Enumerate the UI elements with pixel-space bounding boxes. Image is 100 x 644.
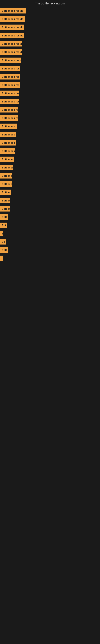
bottleneck-bar-5: Bottleneck result <box>0 49 100 55</box>
bar-row-16: Bottleneck res <box>0 139 100 147</box>
bottleneck-bar-13: Bottleneck result <box>0 115 100 121</box>
bottleneck-label-20: Bottleneck re <box>0 173 12 178</box>
bottleneck-bar-28: Bo <box>0 239 100 244</box>
bottleneck-label-23: Bottlenec <box>0 198 10 203</box>
bar-row-1: Bottleneck result <box>0 15 100 23</box>
bottleneck-bar-2: Bottleneck result <box>0 24 100 30</box>
bottleneck-label-9: Bottleneck result <box>0 82 20 88</box>
bottleneck-label-12: Bottleneck result <box>0 107 18 112</box>
bottleneck-label-15: Bottleneck result <box>0 132 16 137</box>
bottleneck-bar-3: Bottleneck result <box>0 33 100 38</box>
bottleneck-bar-12: Bottleneck result <box>0 107 100 112</box>
bottleneck-bar-10: Bottleneck result <box>0 90 100 96</box>
bar-row-10: Bottleneck result <box>0 89 100 98</box>
bottleneck-label-26: Bot <box>0 222 7 228</box>
bottleneck-bar-7: Bottleneck result <box>0 66 100 71</box>
bottleneck-label-10: Bottleneck result <box>0 90 19 96</box>
bottleneck-label-28: Bo <box>0 239 6 244</box>
bottleneck-bar-16: Bottleneck res <box>0 140 100 146</box>
site-title: TheBottlenecker.com <box>0 0 100 7</box>
bar-row-12: Bottleneck result <box>0 106 100 114</box>
bottleneck-bar-18: Bottleneck re <box>0 156 100 162</box>
bottleneck-label-19: Bottleneck <box>0 165 13 170</box>
bottleneck-bar-30: n <box>0 256 100 261</box>
bottleneck-bar-11: Bottleneck result <box>0 99 100 104</box>
bar-row-0: Bottleneck result <box>0 7 100 15</box>
bar-row-29: Bottle <box>0 246 100 254</box>
bottleneck-bar-26: Bot <box>0 222 100 228</box>
bottleneck-label-2: Bottleneck result <box>0 24 24 30</box>
bar-row-22: Bottleneck resu <box>0 188 100 196</box>
bar-row-3: Bottleneck result <box>0 32 100 40</box>
bar-row-11: Bottleneck result <box>0 98 100 106</box>
bar-row-23: Bottlenec <box>0 196 100 205</box>
bottleneck-bar-1: Bottleneck result <box>0 16 100 22</box>
bottleneck-label-0: Bottleneck result <box>0 8 26 14</box>
bottleneck-bar-27: B <box>0 231 100 236</box>
bottleneck-label-1: Bottleneck result <box>0 16 25 22</box>
bottleneck-label-3: Bottleneck result <box>0 33 24 38</box>
bar-row-6: Bottleneck result <box>0 56 100 64</box>
bottleneck-label-27: B <box>0 231 3 236</box>
bottleneck-label-25: Bottle <box>0 214 8 220</box>
bottleneck-bar-6: Bottleneck result <box>0 58 100 63</box>
bar-row-8: Bottleneck result <box>0 73 100 81</box>
bar-row-15: Bottleneck result <box>0 130 100 139</box>
bottleneck-label-21: Bottleneck r <box>0 181 12 187</box>
bottleneck-label-29: Bottle <box>0 247 8 253</box>
bar-row-17: Bottleneck result <box>0 147 100 155</box>
bottleneck-bar-23: Bottlenec <box>0 198 100 203</box>
bottleneck-bar-25: Bottle <box>0 214 100 220</box>
bottleneck-bar-8: Bottleneck result <box>0 74 100 80</box>
bottleneck-bar-0: Bottleneck result <box>0 8 100 14</box>
bottleneck-bar-19: Bottleneck <box>0 165 100 170</box>
bar-row-30: n <box>0 254 100 263</box>
bottleneck-bar-14: Bottleneck result <box>0 124 100 129</box>
bottleneck-label-7: Bottleneck result <box>0 66 20 71</box>
bar-row-20: Bottleneck re <box>0 172 100 180</box>
bar-row-5: Bottleneck result <box>0 48 100 56</box>
bottleneck-label-30: n <box>0 256 3 261</box>
bottleneck-label-8: Bottleneck result <box>0 74 20 80</box>
bottleneck-bar-20: Bottleneck re <box>0 173 100 178</box>
bottleneck-bar-17: Bottleneck result <box>0 148 100 154</box>
bar-row-9: Bottleneck result <box>0 81 100 89</box>
bar-row-25: Bottle <box>0 213 100 222</box>
bottleneck-bar-15: Bottleneck result <box>0 132 100 137</box>
bar-row-19: Bottleneck <box>0 164 100 172</box>
bar-row-7: Bottleneck result <box>0 64 100 73</box>
bottleneck-bar-22: Bottleneck resu <box>0 190 100 195</box>
bar-row-24: Bottleneck r <box>0 205 100 213</box>
bottleneck-label-24: Bottleneck r <box>0 206 10 212</box>
bar-row-14: Bottleneck result <box>0 122 100 130</box>
bar-row-28: Bo <box>0 238 100 246</box>
bottleneck-bar-29: Bottle <box>0 247 100 253</box>
bar-row-27: B <box>0 230 100 238</box>
bar-row-21: Bottleneck r <box>0 180 100 188</box>
bar-row-2: Bottleneck result <box>0 23 100 32</box>
bottleneck-bar-4: Bottleneck result <box>0 41 100 46</box>
bottleneck-bar-9: Bottleneck result <box>0 82 100 88</box>
bottleneck-label-5: Bottleneck result <box>0 49 22 55</box>
bottleneck-bar-21: Bottleneck r <box>0 181 100 187</box>
bar-container: Bottleneck resultBottleneck resultBottle… <box>0 7 100 263</box>
bottleneck-label-6: Bottleneck result <box>0 58 21 63</box>
bottleneck-label-16: Bottleneck res <box>0 140 16 146</box>
bar-row-4: Bottleneck result <box>0 40 100 48</box>
bar-row-18: Bottleneck re <box>0 155 100 164</box>
bar-row-13: Bottleneck result <box>0 114 100 122</box>
bottleneck-label-4: Bottleneck result <box>0 41 22 46</box>
bottleneck-label-11: Bottleneck result <box>0 99 19 104</box>
bottleneck-label-17: Bottleneck result <box>0 148 15 154</box>
bottleneck-label-14: Bottleneck result <box>0 124 17 129</box>
bottleneck-label-18: Bottleneck re <box>0 156 14 162</box>
bottleneck-bar-24: Bottleneck r <box>0 206 100 212</box>
bottleneck-label-22: Bottleneck resu <box>0 190 11 195</box>
bottleneck-label-13: Bottleneck result <box>0 115 18 121</box>
bar-row-26: Bot <box>0 222 100 230</box>
